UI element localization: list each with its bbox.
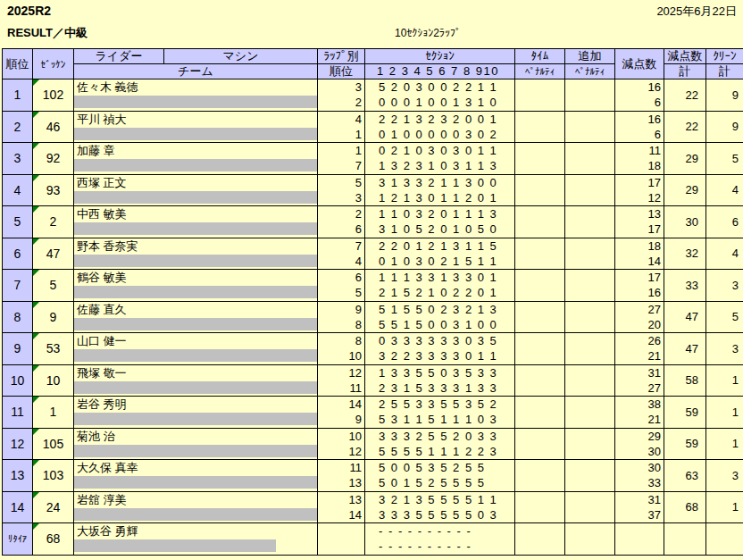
lap2-rank: 3 [318,190,364,205]
header-bib: ｾﾞｯｹﾝ [33,49,74,79]
rank-cell: 2 [3,111,33,143]
lap2-section-scores: 0 1 0 3 0 2 1 5 1 1 [365,254,514,269]
clean-count-cell: 5 [706,301,743,333]
lap1-section-scores: 5 1 5 5 0 2 3 2 1 3 [365,302,514,317]
rank-cell: 9 [3,333,33,365]
bib-number: 46 [46,120,61,134]
lap2-rank: 1 [318,127,364,142]
rider-team-cell: 加藤 章 [74,143,318,175]
lap1-section-scores: 2 2 0 1 2 1 3 1 1 5 [365,238,514,254]
header-lap-rank-top: ﾗｯﾌﾟ別 [318,49,365,64]
total-points-cell: 59 [664,428,706,460]
bib-number: 24 [46,500,61,514]
header-lap-rank-bottom: 順位 [318,64,365,79]
bib-cell: 53 [33,333,74,365]
team-redacted-bar [74,159,317,171]
section-scores-cell: 0 3 3 3 3 3 3 0 3 5 3 2 2 3 3 3 3 0 1 1 [365,333,515,365]
lap-rank-cell: 1 7 [318,143,365,175]
additional-penalty-cell [565,206,615,238]
lap2-points: 21 [615,412,664,427]
time-penalty-cell [515,79,565,112]
rider-name: 岩舘 淳美 [74,492,317,507]
lap1-points: 16 [615,112,664,127]
lap-rank-cell: 5 3 [318,174,365,206]
total-points-cell: 68 [664,491,706,523]
time-penalty-cell [515,301,565,333]
result-row: 2 46 平川 禎大 4 1 2 2 1 3 2 3 2 0 0 1 0 1 0… [3,111,743,143]
clean-count-cell: 1 [706,491,743,523]
clean-count-cell: 3 [706,270,743,302]
rank-cell: 12 [3,428,33,460]
time-penalty-cell [515,333,565,365]
total-points-cell: 33 [664,270,706,302]
lap2-rank: 9 [318,412,364,427]
header-section-numbers: 1 2 3 4 5 6 7 8 910 [365,64,515,79]
note-triangle-icon [33,238,39,245]
header-team: チーム [74,64,318,79]
lap2-section-scores: 5 5 5 5 1 1 1 2 2 3 [365,444,514,459]
bib-number: 105 [43,437,63,451]
lap1-rank: 5 [318,175,364,190]
time-penalty-cell [515,397,565,429]
lap-rank-cell: 4 1 [318,111,365,143]
clean-count-cell: 4 [706,238,743,270]
rider-name: 佐藤 直久 [74,302,317,317]
additional-penalty-cell [565,111,615,143]
result-row: 9 53 山口 健一 8 10 0 3 3 3 3 3 3 0 3 5 3 2 … [3,333,743,365]
lap1-points: 38 [615,397,664,412]
lap-points-cell: 38 21 [615,397,664,429]
result-row: 3 92 加藤 章 1 7 0 2 1 0 3 0 3 0 1 1 1 3 2 … [3,143,743,175]
total-points-cell: 58 [664,364,706,397]
additional-penalty-cell [565,491,615,523]
section-scores-cell: 0 2 1 0 3 0 3 0 1 1 1 3 2 3 1 0 3 1 1 3 [365,143,515,175]
team-redacted-bar [74,508,317,521]
lap2-points: 6 [615,127,664,142]
team-redacted-bar [74,96,317,108]
section-scores-cell: - - - - - - - - - - - - - - - - - - - - [365,523,515,556]
rider-name: 飛塚 敬一 [74,365,317,380]
lap-rank-cell: 12 11 [318,364,365,397]
rank-cell: 11 [3,397,33,429]
lap-points-cell: 11 18 [615,143,664,175]
additional-penalty-cell [565,143,615,175]
clean-count-cell: 9 [706,111,743,143]
total-points-cell: 47 [664,301,706,333]
total-points-cell: 22 [664,79,706,112]
team-redacted-bar [74,476,317,489]
section-scores-cell: 1 1 1 3 3 1 3 3 0 1 2 1 5 2 1 0 2 2 0 1 [365,270,515,302]
header-total-points-bottom: 計 [664,64,706,79]
section-scores-cell: 5 1 5 5 0 2 3 2 1 3 5 5 1 5 0 0 3 1 0 0 [365,301,515,333]
result-row: 8 9 佐藤 直久 9 8 5 1 5 5 0 2 3 2 1 3 5 5 1 … [3,301,743,333]
clean-count-cell: 4 [706,174,743,206]
lap2-rank: 7 [318,158,364,173]
lap1-points: 17 [615,175,664,190]
time-penalty-cell [515,428,565,460]
rider-name: 山口 健一 [74,333,317,348]
lap1-rank: 1 [318,143,364,158]
rider-name: 大久保 真幸 [74,460,317,475]
total-points-cell: 47 [664,333,706,365]
lap1-rank: 7 [318,238,364,254]
clean-count-cell: 1 [706,428,743,460]
lap2-section-scores: 2 1 5 2 1 0 2 2 0 1 [365,285,514,300]
lap-points-cell: 27 20 [615,301,664,333]
section-scores-cell: 1 3 3 5 5 0 3 5 3 3 2 3 1 5 3 3 3 1 3 3 [365,364,515,397]
total-points-cell: 29 [664,143,706,175]
lap2-points: 30 [615,444,664,459]
lap1-section-scores: 1 3 3 5 5 0 3 5 3 3 [365,365,514,380]
time-penalty-cell [515,238,565,270]
clean-count-cell: 3 [706,333,743,365]
header-time-penalty-top: ﾀｲﾑ [515,49,565,64]
lap2-rank: 5 [318,285,364,300]
result-row: 11 1 岩谷 秀明 14 9 2 5 5 3 3 5 5 3 5 2 5 3 … [3,397,743,429]
lap1-rank: 6 [318,270,364,285]
lap1-points [615,523,664,539]
results-body: 1 102 佐々木 義徳 3 2 5 2 0 3 0 0 2 2 1 1 0 0… [3,79,743,556]
lap1-rank: 9 [318,302,364,317]
lap2-points: 12 [615,190,664,205]
result-row: 14 24 岩舘 淳美 13 14 3 2 1 3 5 5 5 5 1 1 3 … [3,491,743,523]
lap1-section-scores: 0 2 1 0 3 0 3 0 1 1 [365,143,514,158]
lap1-points: 26 [615,333,664,348]
lap2-rank: 10 [318,348,364,364]
time-penalty-cell [515,523,565,556]
